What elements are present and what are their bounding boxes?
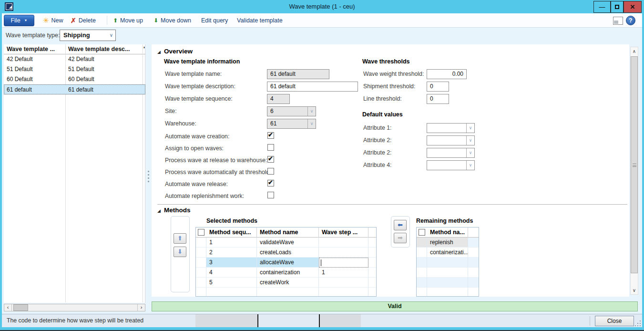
field-label: Automate replenishment work: [165,193,244,199]
select-all-checkbox[interactable]: ✔ [198,229,204,236]
column-header-desc[interactable]: Wave template desc... [68,44,142,54]
chevron-down-icon[interactable]: ∨ [466,124,474,133]
table-row[interactable]: replenish [417,238,479,248]
maximize-button[interactable] [611,1,624,13]
wave-weight-threshold-field[interactable]: 0.00 [427,69,467,79]
field-label: Wave template description: [165,83,235,90]
assign-to-open-waves-checkbox[interactable]: ✔ [267,144,274,151]
scroll-up-icon[interactable]: ∧ [631,47,638,55]
check-icon: ✔ [268,131,273,138]
row-name: 61 default [7,85,64,95]
wave-template-description-field[interactable]: 61 default [267,82,358,92]
thumb-grip [633,164,636,167]
move-method-down-button[interactable]: ⬇ [174,247,186,257]
table-row[interactable]: 1 validateWave [196,238,376,248]
attribute-2-combobox[interactable]: ∨ [427,135,475,145]
automate-replenishment-checkbox[interactable]: ✔ [267,192,274,198]
table-row[interactable]: 2 createLoads [196,248,376,258]
title-bar[interactable]: ◢ Wave template (1 - ceu) — ✕ [0,0,644,13]
collapse-icon[interactable]: ◢ [157,50,161,54]
wave-template-sequence-field[interactable]: 4 [267,94,290,104]
resize-grip[interactable] [640,325,641,326]
select-all-checkbox[interactable]: ✔ [419,229,425,236]
field-label: Wave template name: [165,71,222,77]
table-row[interactable]: 4 containerization 1 [196,268,376,278]
row-name: 51 Default [7,64,64,74]
close-window-button[interactable]: ✕ [624,1,642,13]
table-row[interactable]: 42 Default 42 Default [4,54,145,64]
minimize-icon: — [599,3,605,10]
table-row-selected[interactable]: 3 allocateWave [196,258,376,268]
delete-button[interactable]: ✗Delete [71,13,96,27]
attribute-3-combobox[interactable]: ∨ [427,148,475,158]
filter-row: Wave template type: Shipping ∨ [0,28,644,43]
shipment-threshold-field[interactable]: 0 [427,82,449,92]
column-header-method-name[interactable]: Method na... [427,228,468,238]
validate-template-button[interactable]: Validate template [237,13,283,27]
column-header-wave-step[interactable]: Wave step ... [319,228,368,238]
scroll-right-icon[interactable]: › [137,304,145,311]
column-header-method-name[interactable]: Method name [257,228,319,238]
scrollbar-thumb[interactable] [631,56,638,273]
row-desc: 42 Default [68,54,140,64]
grid-horizontal-scrollbar[interactable]: ‹ › [4,304,145,311]
resize-grip[interactable] [637,325,638,326]
chevron-down-icon[interactable]: ∨ [466,136,474,145]
scrollbar-thumb[interactable] [13,304,28,311]
scroll-down-icon[interactable]: ∨ [631,286,638,294]
wave-step-edit-field[interactable] [319,258,368,268]
row-desc: 61 default [68,85,140,95]
scroll-left-icon[interactable]: ‹ [4,304,12,311]
automate-wave-release-checkbox[interactable]: ✔ [267,180,274,186]
move-down-button[interactable]: ⬇Move down [153,13,191,27]
grid-header: Wave template ... Wave template desc... … [4,44,145,54]
resize-grip[interactable] [640,321,641,321]
attribute-1-combobox[interactable]: ∨ [427,123,475,133]
column-header-method-sequence[interactable]: Method sequ... [206,228,257,238]
resize-grip[interactable] [637,323,638,324]
move-up-button[interactable]: ⬆Move up [113,13,143,27]
method-name: containerizati... [427,248,468,258]
methods-section-title[interactable]: Methods [164,207,191,214]
resize-grip[interactable] [640,323,641,324]
chevron-down-icon[interactable]: ∨ [307,119,316,128]
table-row[interactable]: 61 default 61 default [4,84,145,94]
new-button[interactable]: ✳New [43,13,63,27]
chevron-down-icon[interactable]: ∨ [466,148,474,157]
attribute-4-combobox[interactable]: ∨ [427,160,475,170]
chevron-down-icon[interactable]: ∨ [307,107,316,116]
wave-template-name-field[interactable]: 61 default [267,69,329,79]
move-to-selected-button[interactable]: ⬅ [394,220,407,230]
collapse-icon[interactable]: ◢ [157,208,161,213]
move-to-remaining-button[interactable]: ➡ [394,233,407,243]
field-label: Attribute 2: [363,149,391,156]
resize-grip[interactable] [635,325,636,326]
process-wave-at-threshold-checkbox[interactable]: ✔ [267,168,274,175]
move-method-up-button[interactable]: ⬆ [174,233,186,244]
edit-query-button[interactable]: Edit query [201,13,228,27]
table-row[interactable]: containerizati... [417,248,479,258]
minimize-button[interactable]: — [593,1,611,13]
panel-splitter[interactable] [145,44,152,303]
line-threshold-field[interactable]: 0 [427,94,449,104]
wave-template-type-select[interactable]: Shipping ∨ [60,30,116,41]
warehouse-combobox[interactable]: 61 ∨ [267,119,316,129]
column-header-name[interactable]: Wave template ... [7,44,64,54]
field-label: Attribute 4: [363,162,391,168]
wave-template-type-value: Shipping [63,30,90,41]
overview-section-title[interactable]: Overview [164,48,193,55]
help-icon[interactable]: ? [626,16,635,25]
file-menu-button[interactable]: File▼ [4,15,34,26]
chevron-down-icon[interactable]: ∨ [466,161,474,170]
table-row[interactable]: 60 Default 60 Default [4,74,145,84]
process-wave-at-release-checkbox[interactable]: ✔ [267,156,274,163]
main-vertical-scrollbar[interactable]: ∧ ∨ [630,47,638,295]
site-combobox[interactable]: 6 ∨ [267,106,316,116]
layout-icon[interactable] [613,17,623,25]
wave-step [319,238,368,248]
close-button[interactable]: Close [595,316,634,326]
validate-template-label: Validate template [237,17,283,24]
automate-wave-creation-checkbox[interactable]: ✔ [267,132,274,139]
table-row[interactable]: 51 Default 51 Default [4,64,145,74]
table-row[interactable]: 5 createWork [196,278,376,288]
